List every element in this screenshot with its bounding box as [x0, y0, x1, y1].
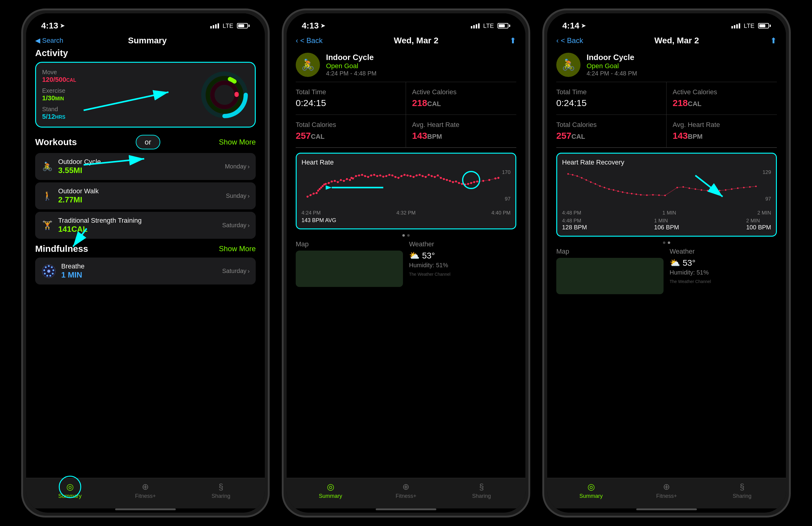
chevron-left-icon-2: ‹ [296, 36, 298, 45]
weather-channel-3: The Weather Channel [670, 279, 777, 284]
svg-point-12 [46, 275, 48, 277]
fitness-tab-icon-2: ⊕ [402, 482, 409, 492]
workout-item-2[interactable]: 🏋 Traditional Strength Training 141CAL S… [35, 212, 256, 239]
summary-tab-label-3: Summary [579, 493, 603, 499]
svg-point-8 [51, 266, 53, 268]
summary-tab-label-2: Summary [319, 493, 342, 499]
stat-active-cal-3: Active Calories 218CAL [667, 82, 777, 115]
map-section-3: Map [556, 248, 664, 294]
weather-humidity-3: Humidity: 51% [670, 269, 777, 276]
map-weather-row-3: Map Weather ⛅ 53° Humidity: 51% The Weat… [556, 248, 777, 294]
workout-value-0: 3.55MI [58, 166, 220, 175]
workouts-show-more[interactable]: Show More [219, 138, 256, 146]
mindfulness-show-more[interactable]: Show More [219, 245, 256, 253]
stat-avg-hr-2: Avg. Heart Rate 143BPM [406, 115, 516, 148]
sharing-tab-label: Sharing [212, 493, 230, 499]
tab-fitness-3[interactable]: ⊕ Fitness+ [629, 482, 704, 499]
svg-point-13 [44, 273, 46, 275]
weather-icon-3: ⛅ [670, 258, 680, 268]
location-arrow-icon-2: ➤ [321, 23, 325, 29]
chart-avg-2: 143 BPM AVG [302, 217, 510, 224]
fitness-tab-label-3: Fitness+ [656, 493, 677, 499]
nav-title-3: Wed, Mar 2 [583, 36, 770, 45]
activity-rings [200, 71, 249, 119]
workout-info-2: Traditional Strength Training 141CAL [58, 217, 217, 234]
workout-item-1[interactable]: 🚶 Outdoor Walk 2.77MI Sunday › [35, 182, 256, 209]
tab-summary-2[interactable]: ◎ Summary [293, 482, 368, 499]
weather-temp-row-3: ⛅ 53° [670, 258, 777, 268]
weather-channel-2: The Weather Channel [409, 272, 516, 277]
workout-detail-3: 🚴 Indoor Cycle Open Goal 4:24 PM - 4:48 … [547, 48, 786, 478]
stand-stat: Stand 5/12HRS [42, 106, 76, 121]
svg-point-16 [47, 270, 50, 273]
weather-info-2: ⛅ 53° Humidity: 51% The Weather Channel [409, 251, 516, 277]
weather-title-3: Weather [670, 248, 777, 255]
mindfulness-item-0[interactable]: Breathe 1 MIN Saturday › [35, 258, 256, 284]
tab-sharing-3[interactable]: § Sharing [705, 482, 780, 499]
svg-point-14 [43, 269, 45, 271]
status-bar-1: 4:13 ➤ LTE [26, 13, 265, 34]
workout-header-icon-2: 🚴 [296, 53, 320, 77]
home-indicator-3 [636, 508, 697, 510]
chart-max-2: 170 [502, 170, 510, 175]
heart-rate-chart-card-2: Heart Rate 170 97 [296, 153, 516, 229]
stat-avg-hr-3: Avg. Heart Rate 143BPM [667, 115, 777, 148]
workout-info-1: Outdoor Walk 2.77MI [58, 187, 221, 205]
mindfulness-title: Mindfulness [35, 244, 88, 254]
signal-bars-3 [731, 23, 740, 28]
chart-times-2: 4:24 PM 4:32 PM 4:40 PM [302, 210, 510, 216]
svg-point-9 [53, 269, 54, 271]
phone-3: 4:14 ➤ LTE ‹ < Back [542, 9, 791, 517]
home-indicator-1 [115, 508, 176, 510]
phone-2: 4:13 ➤ LTE ‹ < Back [282, 9, 530, 517]
stat-total-time-2: Total Time 0:24:15 [296, 82, 406, 115]
mindfulness-day-0: Saturday › [222, 267, 250, 275]
move-label: Move [42, 69, 76, 76]
map-title-3: Map [556, 248, 664, 255]
lte-label: LTE [223, 23, 233, 29]
workout-header-info-3: Indoor Cycle Open Goal 4:24 PM - 4:48 PM [586, 53, 777, 77]
back-button-3[interactable]: ‹ < Back [556, 36, 583, 45]
hrr-val-0: 4:48 PM 128 BPM [562, 218, 587, 231]
workout-type-3: Indoor Cycle [586, 53, 777, 62]
status-right-2: LTE [471, 23, 510, 29]
tab-summary-1[interactable]: ◎ Summary [32, 482, 107, 499]
tab-summary-3[interactable]: ◎ Summary [553, 482, 629, 499]
workout-header-3: 🚴 Indoor Cycle Open Goal 4:24 PM - 4:48 … [556, 48, 777, 82]
activity-card: Move 120/500CAL Exercise 1/30MIN [35, 62, 256, 128]
chart-times-3: 4:48 PM 1 MIN 2 MIN [562, 210, 771, 216]
weather-info-3: ⛅ 53° Humidity: 51% The Weather Channel [670, 258, 777, 284]
chart-area-3: 129 97 [562, 170, 771, 209]
summary-tab-icon-3: ◎ [588, 482, 595, 492]
or-container: or [136, 135, 160, 149]
activity-title: Activity [35, 48, 68, 58]
mindfulness-section: Mindfulness Show More [35, 244, 256, 284]
fitness-tab-icon-3: ⊕ [663, 482, 670, 492]
workout-info-0: Outdoor Cycle 3.55MI [58, 158, 220, 175]
tab-sharing-1[interactable]: § Sharing [183, 482, 259, 499]
lte-label-3: LTE [744, 23, 754, 29]
activity-section-header: Activity [35, 48, 256, 58]
signal-bars-2 [471, 23, 480, 28]
workout-item-0[interactable]: 🚴 Outdoor Cycle 3.55MI Monday › [35, 153, 256, 180]
mindfulness-name-0: Breathe [61, 262, 217, 270]
stats-grid-2: Total Time 0:24:15 Active Calories 218CA… [296, 82, 516, 148]
workout-name-2: Traditional Strength Training [58, 217, 217, 224]
share-button-2[interactable]: ⬆ [510, 36, 516, 45]
dot-1-3 [663, 242, 665, 244]
status-right-1: LTE [210, 23, 250, 29]
search-back[interactable]: ◀ Search [35, 36, 63, 45]
back-button-2[interactable]: ‹ < Back [296, 36, 323, 45]
chart-min-3: 97 [765, 196, 771, 202]
tab-fitness-1[interactable]: ⊕ Fitness+ [107, 482, 183, 499]
nav-title-1: Summary [63, 36, 231, 45]
tab-fitness-2[interactable]: ⊕ Fitness+ [368, 482, 444, 499]
location-arrow-icon-3: ➤ [581, 23, 586, 29]
share-button-3[interactable]: ⬆ [770, 36, 777, 45]
mindfulness-header: Mindfulness Show More [35, 244, 256, 254]
or-button[interactable]: or [136, 135, 160, 149]
lte-label-2: LTE [483, 23, 494, 29]
status-time-3: 4:14 ➤ [562, 21, 586, 31]
tab-sharing-2[interactable]: § Sharing [444, 482, 519, 499]
stat-total-cal-2: Total Calories 257CAL [296, 115, 406, 148]
